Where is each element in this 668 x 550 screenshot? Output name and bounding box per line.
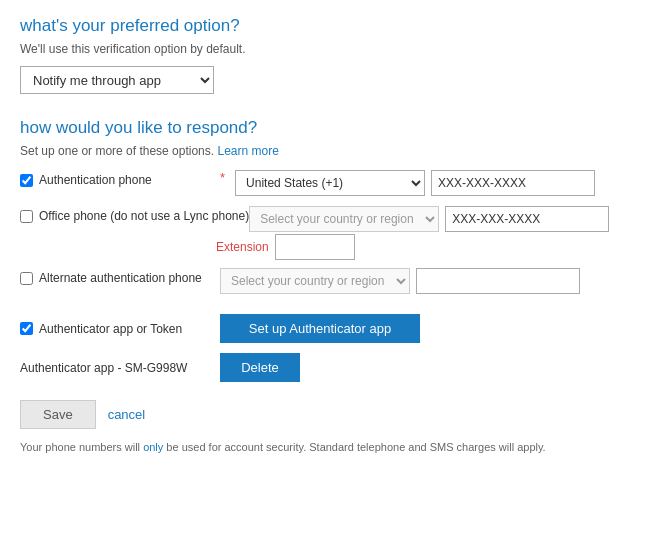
extension-label: Extension: [216, 240, 269, 254]
office-phone-label: Office phone (do not use a Lync phone): [39, 208, 249, 225]
footer-note: Your phone numbers will only be used for…: [20, 441, 648, 453]
alt-phone-label: Alternate authentication phone: [39, 270, 202, 287]
cancel-button[interactable]: cancel: [108, 407, 146, 422]
alt-phone-country-select[interactable]: Select your country or region: [220, 268, 410, 294]
auth-app-label: Authenticator app or Token: [39, 322, 182, 336]
auth-phone-label: Authentication phone: [39, 172, 152, 189]
save-button[interactable]: Save: [20, 400, 96, 429]
auth-phone-input[interactable]: [431, 170, 595, 196]
office-phone-row: Office phone (do not use a Lync phone) S…: [20, 206, 648, 232]
setup-authenticator-button[interactable]: Set up Authenticator app: [220, 314, 420, 343]
extension-input[interactable]: [275, 234, 355, 260]
learn-more-link[interactable]: Learn more: [217, 144, 278, 158]
office-phone-country-select[interactable]: Select your country or region: [249, 206, 439, 232]
device-label: Authenticator app - SM-G998W: [20, 361, 220, 375]
auth-app-checkbox[interactable]: [20, 322, 33, 335]
save-row: Save cancel: [20, 400, 648, 429]
extension-row: Extension: [216, 234, 648, 260]
alt-phone-row: Alternate authentication phone Select yo…: [20, 268, 648, 294]
alt-phone-input[interactable]: [416, 268, 580, 294]
delete-device-button[interactable]: Delete: [220, 353, 300, 382]
device-row: Authenticator app - SM-G998W Delete: [20, 353, 648, 382]
heading2: how would you like to respond?: [20, 118, 648, 138]
auth-phone-row: Authentication phone * United States (+1…: [20, 170, 648, 196]
alt-phone-checkbox[interactable]: [20, 272, 33, 285]
office-phone-checkbox[interactable]: [20, 210, 33, 223]
auth-phone-checkbox[interactable]: [20, 174, 33, 187]
setup-subtitle: Set up one or more of these options. Lea…: [20, 144, 648, 158]
auth-app-row: Authenticator app or Token Set up Authen…: [20, 314, 648, 343]
preferred-select[interactable]: Notify me through app Call to my phone T…: [20, 66, 214, 94]
required-star: *: [220, 170, 225, 185]
heading1: what's your preferred option?: [20, 16, 648, 36]
subtitle1: We'll use this verification option by de…: [20, 42, 648, 56]
auth-phone-country-select[interactable]: United States (+1): [235, 170, 425, 196]
office-phone-input[interactable]: [445, 206, 609, 232]
